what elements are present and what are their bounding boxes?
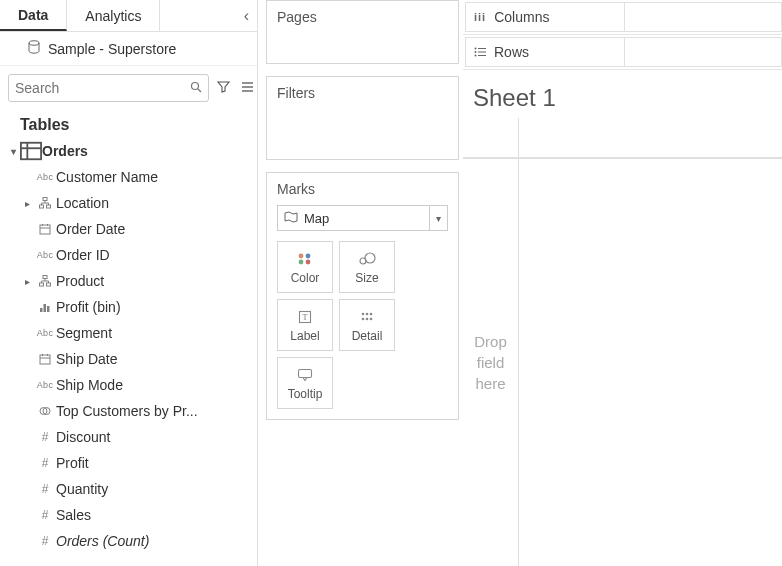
mark-tooltip-button[interactable]: Tooltip xyxy=(277,357,333,409)
svg-point-38 xyxy=(299,259,304,264)
field-type-icon xyxy=(34,223,56,235)
field-row[interactable]: ▸Location xyxy=(0,190,257,216)
mark-type-label: Map xyxy=(304,211,329,226)
search-input[interactable] xyxy=(15,80,190,96)
rows-shelf[interactable]: Rows xyxy=(463,35,782,70)
rows-drop-zone[interactable] xyxy=(624,37,782,67)
caret-down-icon[interactable]: ▾ xyxy=(6,146,20,157)
collapse-sidebar-icon[interactable]: ‹ xyxy=(236,0,257,31)
field-label: Ship Date xyxy=(56,351,257,367)
svg-point-49 xyxy=(370,317,373,320)
filter-icon[interactable] xyxy=(213,77,234,99)
svg-rect-50 xyxy=(299,369,312,377)
mark-label-button[interactable]: T Label xyxy=(277,299,333,351)
field-row[interactable]: #Profit xyxy=(0,450,257,476)
size-icon xyxy=(358,250,376,268)
field-row[interactable]: Profit (bin) xyxy=(0,294,257,320)
svg-point-41 xyxy=(365,253,375,263)
row-header-zone[interactable]: Drop field here xyxy=(463,158,519,566)
filters-card[interactable]: Filters xyxy=(266,76,459,160)
search-icon[interactable] xyxy=(190,81,202,96)
field-row[interactable]: AbcCustomer Name xyxy=(0,164,257,190)
svg-point-44 xyxy=(362,312,365,315)
mark-type-select[interactable]: Map ▾ xyxy=(277,205,448,231)
datasource-icon xyxy=(28,40,40,57)
svg-rect-29 xyxy=(47,306,50,312)
column-header-zone[interactable] xyxy=(519,118,782,157)
columns-drop-zone[interactable] xyxy=(624,2,782,32)
svg-point-46 xyxy=(370,312,373,315)
field-row[interactable]: Order Date xyxy=(0,216,257,242)
datasource-name: Sample - Superstore xyxy=(48,41,176,57)
field-type-icon xyxy=(34,197,56,209)
field-type-icon: Abc xyxy=(34,250,56,260)
caret-right-icon[interactable]: ▸ xyxy=(20,198,34,209)
field-row[interactable]: AbcOrder ID xyxy=(0,242,257,268)
svg-rect-56 xyxy=(478,55,486,56)
rows-icon xyxy=(474,44,486,60)
pages-card[interactable]: Pages xyxy=(266,0,459,64)
tab-analytics[interactable]: Analytics xyxy=(67,0,160,31)
svg-point-0 xyxy=(29,41,39,45)
svg-rect-22 xyxy=(47,283,51,286)
field-row[interactable]: AbcShip Mode xyxy=(0,372,257,398)
table-row-orders[interactable]: ▾ Orders xyxy=(0,138,257,164)
tab-data[interactable]: Data xyxy=(0,0,67,31)
view-list-icon[interactable] xyxy=(238,78,259,99)
field-label: Orders (Count) xyxy=(56,533,257,549)
svg-rect-27 xyxy=(40,308,43,312)
fields-tree[interactable]: ▾ Orders AbcCustomer Name▸LocationOrder … xyxy=(0,138,257,566)
viz-canvas[interactable] xyxy=(519,158,782,566)
svg-rect-21 xyxy=(40,283,44,286)
field-label: Product xyxy=(56,273,257,289)
svg-rect-6 xyxy=(21,143,41,160)
field-row[interactable]: Top Customers by Pr... xyxy=(0,398,257,424)
field-row[interactable]: #Orders (Count) xyxy=(0,528,257,554)
field-type-icon: # xyxy=(34,508,56,522)
field-label: Customer Name xyxy=(56,169,257,185)
svg-rect-52 xyxy=(478,48,486,49)
filters-title: Filters xyxy=(267,77,458,109)
field-row[interactable]: #Quantity xyxy=(0,476,257,502)
datasource-row[interactable]: Sample - Superstore xyxy=(0,32,257,66)
detail-icon xyxy=(360,308,374,326)
sheet-area: iii Columns Rows Sheet 1 Drop field here xyxy=(463,0,782,566)
svg-text:T: T xyxy=(302,312,308,322)
mark-color-button[interactable]: Color xyxy=(277,241,333,293)
caret-right-icon[interactable]: ▸ xyxy=(20,276,34,287)
mark-detail-button[interactable]: Detail xyxy=(339,299,395,351)
svg-point-53 xyxy=(475,51,477,53)
chevron-down-icon[interactable]: ▾ xyxy=(429,206,441,230)
field-label: Order ID xyxy=(56,247,257,263)
field-type-icon: # xyxy=(34,430,56,444)
columns-label: Columns xyxy=(494,9,549,25)
field-label: Location xyxy=(56,195,257,211)
field-row[interactable]: ▸Product xyxy=(0,268,257,294)
marks-title: Marks xyxy=(267,173,458,205)
field-row[interactable]: Ship Date xyxy=(0,346,257,372)
field-type-icon: Abc xyxy=(34,328,56,338)
svg-point-1 xyxy=(192,82,199,89)
table-icon xyxy=(20,140,42,162)
map-icon xyxy=(284,211,298,226)
field-type-icon: # xyxy=(34,456,56,470)
color-icon xyxy=(297,250,313,268)
svg-point-39 xyxy=(306,259,311,264)
field-type-icon: Abc xyxy=(34,380,56,390)
field-type-icon: Abc xyxy=(34,172,56,182)
pages-title: Pages xyxy=(267,1,458,33)
mark-size-button[interactable]: Size xyxy=(339,241,395,293)
field-row[interactable]: AbcSegment xyxy=(0,320,257,346)
columns-shelf[interactable]: iii Columns xyxy=(463,0,782,35)
label-icon: T xyxy=(298,308,312,326)
search-box[interactable] xyxy=(8,74,209,102)
field-type-icon xyxy=(34,405,56,417)
svg-rect-10 xyxy=(40,205,44,208)
rows-label: Rows xyxy=(494,44,529,60)
svg-point-45 xyxy=(366,312,369,315)
field-row[interactable]: #Sales xyxy=(0,502,257,528)
field-row[interactable]: #Discount xyxy=(0,424,257,450)
marks-card: Marks Map ▾ Color xyxy=(266,172,459,420)
sheet-title[interactable]: Sheet 1 xyxy=(463,70,782,118)
svg-rect-11 xyxy=(47,205,51,208)
